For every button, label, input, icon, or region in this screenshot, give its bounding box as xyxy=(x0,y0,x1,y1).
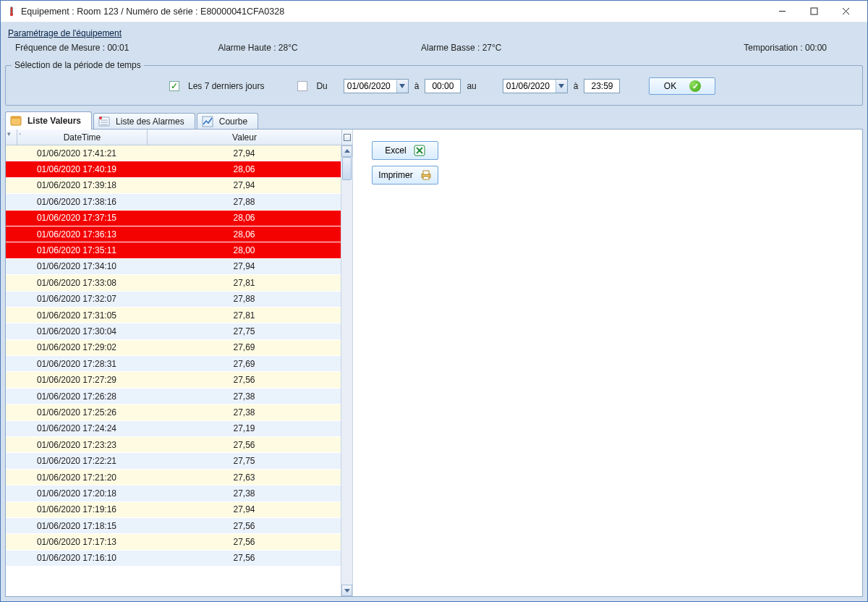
maximize-button[interactable] xyxy=(798,1,830,22)
excel-button-label: Excel xyxy=(385,145,406,156)
table-row[interactable]: 01/06/2020 17:26:2827,38 xyxy=(6,389,341,404)
period-legend: Sélection de la période de temps xyxy=(12,60,144,70)
print-button[interactable]: Imprimer xyxy=(372,166,438,185)
column-chooser-icon xyxy=(344,134,351,141)
tab-curve-label: Courbe xyxy=(219,116,247,127)
param-alarm-low: Alarme Basse : 27°C xyxy=(421,43,624,53)
grid-header: ▾ ◦DateTime Valeur xyxy=(6,130,352,145)
cell-value: 27,94 xyxy=(148,180,341,190)
grid-corner[interactable]: ▾ xyxy=(6,130,17,145)
scroll-track[interactable] xyxy=(341,157,352,585)
cell-value: 27,88 xyxy=(148,294,341,304)
cell-datetime: 01/06/2020 17:19:16 xyxy=(6,504,148,514)
table-row[interactable]: 01/06/2020 17:37:1528,06 xyxy=(6,211,341,226)
cell-value: 27,94 xyxy=(148,261,341,271)
cell-datetime: 01/06/2020 17:27:29 xyxy=(6,375,148,385)
tab-curve[interactable]: Courbe xyxy=(197,113,258,129)
cell-datetime: 01/06/2020 17:18:15 xyxy=(6,521,148,531)
table-row[interactable]: 01/06/2020 17:20:1827,38 xyxy=(6,486,341,501)
a-label-1: à xyxy=(414,81,420,91)
table-row[interactable]: 01/06/2020 17:21:2027,63 xyxy=(6,470,341,486)
table-row[interactable]: 01/06/2020 17:28:3127,69 xyxy=(6,356,341,372)
chart-icon xyxy=(202,116,213,127)
date-from-input[interactable] xyxy=(344,80,396,93)
tab-values[interactable]: Liste Valeurs xyxy=(5,111,92,129)
scroll-thumb[interactable] xyxy=(342,157,352,180)
cell-datetime: 01/06/2020 17:22:21 xyxy=(6,456,148,466)
dropdown-icon[interactable] xyxy=(556,80,567,93)
table-row[interactable]: 01/06/2020 17:19:1627,94 xyxy=(6,502,341,518)
thermometer-icon xyxy=(7,7,17,17)
cell-value: 28,06 xyxy=(148,213,341,223)
last7days-label: Les 7 derniers jours xyxy=(188,81,264,91)
ok-button[interactable]: OK ✓ xyxy=(649,77,715,95)
table-row[interactable]: 01/06/2020 17:31:0527,81 xyxy=(6,308,341,323)
cell-value: 27,88 xyxy=(148,197,341,207)
table-row[interactable]: 01/06/2020 17:18:1527,56 xyxy=(6,518,341,534)
table-row[interactable]: 01/06/2020 17:17:1327,56 xyxy=(6,534,341,550)
cell-value: 27,69 xyxy=(148,342,341,352)
grid-rows: 01/06/2020 17:41:2127,9401/06/2020 17:40… xyxy=(6,145,341,596)
col-header-value[interactable]: Valeur xyxy=(148,130,342,145)
cell-datetime: 01/06/2020 17:30:04 xyxy=(6,326,148,336)
window-title: Equipement : Room 123 / Numéro de série … xyxy=(21,7,284,17)
excel-button[interactable]: Excel xyxy=(372,141,438,160)
dropdown-icon[interactable] xyxy=(396,80,408,93)
time-from-input[interactable] xyxy=(425,79,461,93)
last7days-checkbox[interactable] xyxy=(169,81,179,91)
table-row[interactable]: 01/06/2020 17:40:1928,06 xyxy=(6,161,341,177)
cell-value: 27,63 xyxy=(148,472,341,483)
time-to-input[interactable] xyxy=(584,79,620,93)
table-row[interactable]: 01/06/2020 17:24:2427,19 xyxy=(6,421,341,437)
cell-value: 27,94 xyxy=(148,148,341,158)
cell-value: 27,38 xyxy=(148,488,341,499)
svg-rect-1 xyxy=(11,7,12,14)
cell-datetime: 01/06/2020 17:28:31 xyxy=(6,359,148,369)
table-row[interactable]: 01/06/2020 17:41:2127,94 xyxy=(6,145,341,161)
scroll-down-button[interactable] xyxy=(341,585,352,596)
cell-datetime: 01/06/2020 17:40:19 xyxy=(6,164,148,174)
check-circle-icon: ✓ xyxy=(689,80,701,92)
period-fieldset: Sélection de la période de temps Les 7 d… xyxy=(5,60,863,106)
printer-icon xyxy=(420,169,432,181)
date-to-input[interactable] xyxy=(503,80,556,93)
svg-rect-17 xyxy=(423,171,429,174)
table-row[interactable]: 01/06/2020 17:36:1328,06 xyxy=(6,226,341,242)
table-row[interactable]: 01/06/2020 17:23:2327,56 xyxy=(6,437,341,453)
client-area: Paramétrage de l'équipement Fréquence de… xyxy=(1,22,867,601)
cell-value: 27,56 xyxy=(148,553,341,563)
equipment-params-row: Fréquence de Mesure : 00:01 Alarme Haute… xyxy=(5,41,863,59)
tab-alarms[interactable]: Liste des Alarmes xyxy=(93,113,195,129)
custom-range-checkbox[interactable] xyxy=(297,81,307,91)
table-row[interactable]: 01/06/2020 17:39:1827,94 xyxy=(6,178,341,194)
cell-value: 27,81 xyxy=(148,278,341,288)
param-delay: Temporisation : 00:00 xyxy=(624,43,856,53)
table-row[interactable]: 01/06/2020 17:30:0427,75 xyxy=(6,323,341,339)
table-row[interactable]: 01/06/2020 17:22:2127,75 xyxy=(6,453,341,469)
param-frequency: Fréquence de Mesure : 00:01 xyxy=(15,43,218,53)
table-row[interactable]: 01/06/2020 17:33:0827,81 xyxy=(6,275,341,291)
date-from-field[interactable] xyxy=(344,79,409,93)
au-label: au xyxy=(467,81,476,91)
table-row[interactable]: 01/06/2020 17:29:0227,69 xyxy=(6,340,341,356)
grid-header-end[interactable] xyxy=(342,130,352,145)
cell-datetime: 01/06/2020 17:38:16 xyxy=(6,197,148,207)
close-button[interactable] xyxy=(830,1,861,22)
table-row[interactable]: 01/06/2020 17:38:1627,88 xyxy=(6,194,341,210)
col-header-datetime[interactable]: ◦DateTime xyxy=(17,130,148,145)
scroll-up-button[interactable] xyxy=(341,145,352,157)
table-row[interactable]: 01/06/2020 17:27:2927,56 xyxy=(6,372,341,388)
cell-datetime: 01/06/2020 17:36:13 xyxy=(6,229,148,239)
table-row[interactable]: 01/06/2020 17:16:1027,56 xyxy=(6,551,341,567)
cell-value: 28,06 xyxy=(148,229,341,239)
table-row[interactable]: 01/06/2020 17:34:1027,94 xyxy=(6,259,341,275)
table-row[interactable]: 01/06/2020 17:32:0727,88 xyxy=(6,292,341,308)
table-row[interactable]: 01/06/2020 17:35:1128,00 xyxy=(6,242,341,258)
date-to-field[interactable] xyxy=(503,79,568,93)
cell-datetime: 01/06/2020 17:17:13 xyxy=(6,537,148,547)
minimize-button[interactable] xyxy=(766,1,798,22)
equipment-settings-link[interactable]: Paramétrage de l'équipement xyxy=(8,28,863,38)
table-row[interactable]: 01/06/2020 17:25:2627,38 xyxy=(6,404,341,420)
vertical-scrollbar[interactable] xyxy=(341,145,352,596)
cell-datetime: 01/06/2020 17:31:05 xyxy=(6,310,148,321)
